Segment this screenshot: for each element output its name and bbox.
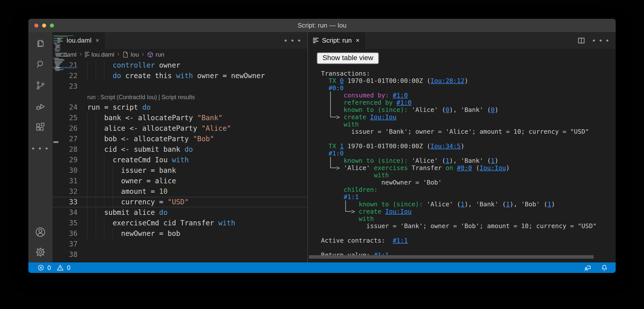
output-link[interactable]: 1 bbox=[461, 201, 464, 208]
output-text: TX bbox=[329, 77, 340, 84]
code-token: bank <- allocateParty bbox=[87, 114, 197, 122]
indent-guide bbox=[96, 134, 96, 144]
output-link[interactable]: Iou:Iou bbox=[385, 208, 412, 215]
indent-guide bbox=[104, 197, 104, 207]
code-line[interactable]: 22 do create this with owner = newOwner bbox=[52, 71, 307, 81]
show-table-view-button[interactable]: Show table view bbox=[317, 53, 379, 64]
close-tab-icon[interactable]: × bbox=[95, 37, 100, 44]
editor-actions-more-icon[interactable]: • • • bbox=[593, 38, 610, 43]
indent-guide bbox=[96, 144, 96, 155]
output-line: └─> create Iou:Iou bbox=[321, 113, 616, 121]
output-line: │ known to (since): 'Alice' (0), 'Bank' … bbox=[321, 106, 616, 113]
code-line[interactable]: 35 exerciseCmd cid Transfer with bbox=[52, 218, 307, 228]
code-line[interactable]: 27 bob <- allocateParty "Bob" bbox=[52, 134, 307, 144]
output-line: #1:1 bbox=[321, 193, 616, 201]
output-link[interactable]: Iou:34:5 bbox=[431, 142, 461, 150]
split-editor-icon[interactable] bbox=[577, 36, 586, 45]
code-line[interactable]: 24run = script do bbox=[52, 102, 307, 113]
code-line[interactable]: 26 alice <- allocateParty "Alice" bbox=[52, 123, 307, 134]
code-lens[interactable]: run : Script (ContractId Iou) | Script r… bbox=[87, 94, 195, 100]
indent-guide bbox=[96, 218, 96, 228]
breadcrumb-item-symbol[interactable]: run bbox=[147, 51, 164, 58]
output-link[interactable]: #1:0 bbox=[393, 92, 408, 99]
code-line[interactable]: 25 bank <- allocateParty "Bank" bbox=[52, 113, 307, 123]
output-line: newOwner = 'Bob' bbox=[321, 179, 616, 186]
indent-guide bbox=[113, 165, 113, 176]
breadcrumb-item-file[interactable]: Iou.daml bbox=[85, 51, 114, 58]
code-token: with bbox=[172, 156, 189, 164]
code-line[interactable]: 29 createCmd Iou with bbox=[52, 155, 307, 165]
output-text: on bbox=[446, 164, 457, 172]
output-text: create bbox=[344, 113, 370, 121]
output-link[interactable]: Iou:28:12 bbox=[431, 77, 464, 84]
output-link[interactable]: #0:0 bbox=[457, 164, 472, 172]
indent-guide bbox=[113, 176, 113, 186]
output-link[interactable]: 1 bbox=[547, 201, 551, 208]
desktop: Script: run — Iou bbox=[0, 0, 644, 309]
code-line[interactable]: 32 amount = 10 bbox=[52, 186, 307, 197]
code-line[interactable]: 33 currency = "USD" bbox=[52, 197, 307, 207]
account-icon[interactable] bbox=[35, 226, 46, 238]
output-text bbox=[321, 142, 329, 150]
close-tab-icon[interactable]: × bbox=[355, 37, 360, 44]
search-icon[interactable] bbox=[35, 59, 46, 70]
bell-icon[interactable] bbox=[601, 264, 608, 271]
transaction-output: Transactions: TX 0 1970-01-01T00:00:00Z … bbox=[321, 70, 616, 259]
output-link[interactable]: 1 bbox=[506, 201, 510, 208]
code-token: "Alice" bbox=[201, 124, 231, 132]
indent-guide bbox=[96, 228, 96, 239]
right-tab-bar: Script: run × • • • bbox=[308, 32, 616, 49]
code-line[interactable]: 21 controller owner bbox=[52, 60, 307, 71]
source-control-icon[interactable] bbox=[35, 80, 46, 91]
cursor-position-marker bbox=[53, 141, 58, 143]
code-token: do bbox=[159, 208, 168, 217]
code-line[interactable]: 30 issuer = bank bbox=[52, 165, 307, 176]
indent-guide bbox=[87, 228, 88, 239]
output-link[interactable]: Iou:Iou bbox=[370, 113, 396, 121]
code-editor[interactable]: 21 controller owner22 do create this wit… bbox=[52, 60, 307, 262]
code-line[interactable]: 34 submit alice do bbox=[52, 207, 307, 218]
indent-guide bbox=[113, 186, 113, 197]
symbol-cube-icon bbox=[147, 51, 153, 58]
extensions-icon[interactable] bbox=[35, 122, 46, 133]
output-link[interactable]: 1 bbox=[446, 157, 449, 164]
overview-ruler[interactable] bbox=[52, 32, 60, 262]
explorer-icon[interactable] bbox=[35, 38, 46, 49]
breadcrumb-item-module[interactable]: Iou bbox=[122, 51, 139, 58]
code-line[interactable]: 23 bbox=[52, 81, 307, 92]
output-link[interactable]: 0 bbox=[340, 77, 344, 84]
indent-guide bbox=[104, 60, 104, 71]
feedback-icon[interactable] bbox=[584, 264, 592, 272]
code-line[interactable]: 38 bbox=[52, 249, 307, 260]
output-link[interactable]: Iou:Iou bbox=[479, 164, 506, 172]
output-link[interactable]: 0 bbox=[491, 106, 495, 113]
output-text: 'Alice' bbox=[344, 164, 374, 172]
output-link[interactable]: 1 bbox=[340, 142, 344, 150]
output-link[interactable]: #1:1 bbox=[393, 237, 408, 244]
horizontal-scrollbar[interactable] bbox=[309, 255, 594, 259]
code-line[interactable]: run : Script (ContractId Iou) | Script r… bbox=[52, 92, 307, 102]
tab-script-run[interactable]: Script: run × bbox=[308, 32, 365, 49]
indent-guide bbox=[87, 134, 88, 144]
problems-status[interactable]: 0 0 bbox=[28, 264, 70, 271]
warnings-icon bbox=[56, 264, 64, 271]
code-line[interactable]: 31 owner = alice bbox=[52, 176, 307, 186]
chevron-right-icon: › bbox=[79, 50, 82, 58]
output-text: consumed by: bbox=[344, 92, 393, 99]
code-token: submit alice bbox=[87, 208, 159, 217]
output-text: ) bbox=[461, 142, 464, 150]
code-token: "Bob" bbox=[193, 135, 214, 143]
settings-gear-icon[interactable] bbox=[35, 246, 46, 258]
output-link[interactable]: 0 bbox=[446, 106, 449, 113]
output-link[interactable]: 1 bbox=[491, 157, 495, 164]
output-link[interactable]: #1:0 bbox=[396, 99, 412, 106]
more-actions-icon[interactable]: • • • bbox=[35, 143, 46, 154]
code-line[interactable]: 37 bbox=[52, 239, 307, 249]
code-line[interactable]: 36 newOwner = bob bbox=[52, 228, 307, 239]
run-debug-icon[interactable] bbox=[35, 101, 46, 112]
code-token: currency = bbox=[87, 198, 168, 206]
chevron-right-icon: › bbox=[117, 50, 120, 58]
editor-actions-more-icon[interactable]: • • • bbox=[284, 38, 301, 43]
output-text: ( bbox=[472, 164, 479, 172]
code-line[interactable]: 28 cid <- submit bank do bbox=[52, 144, 307, 155]
